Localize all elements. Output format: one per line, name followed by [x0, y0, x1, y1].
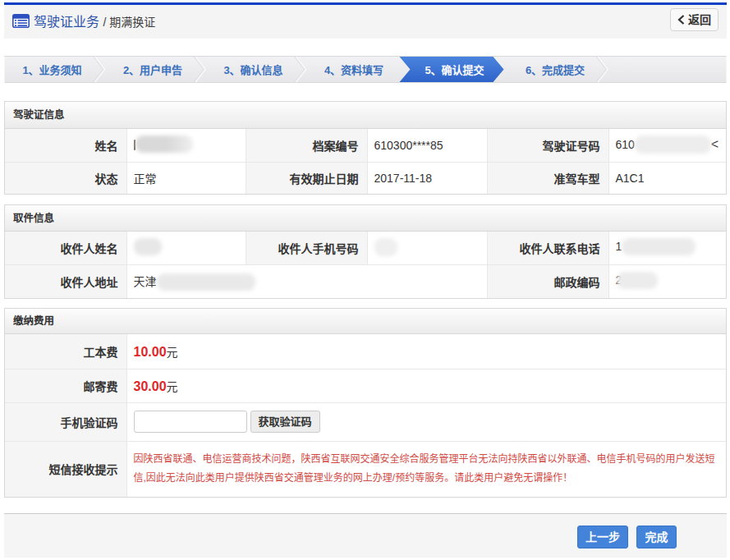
svg-text:2、用户申告: 2、用户申告: [123, 64, 182, 76]
svg-text:6、完成提交: 6、完成提交: [526, 64, 585, 76]
svg-text:1、业务须知: 1、业务须知: [22, 64, 81, 76]
svg-text:3、确认信息: 3、确认信息: [223, 64, 282, 76]
svg-text:5、确认提交: 5、确认提交: [425, 64, 484, 76]
svg-text:4、资料填写: 4、资料填写: [324, 64, 383, 76]
